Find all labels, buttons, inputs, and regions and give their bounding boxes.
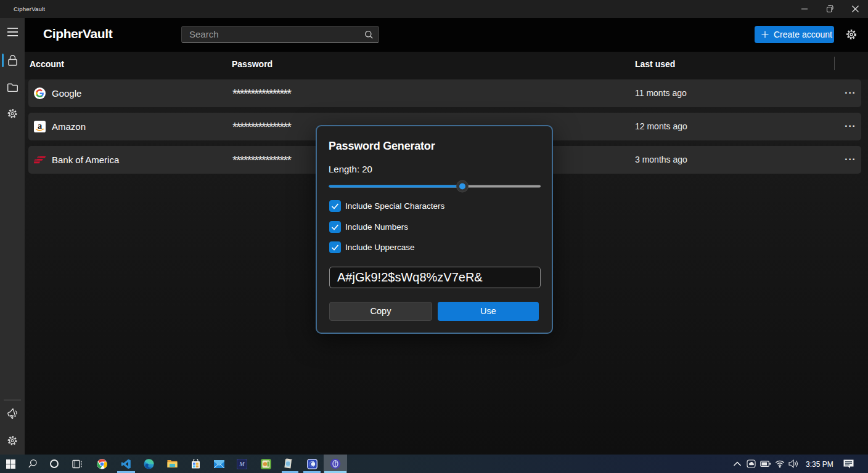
svg-text:a: a [38,121,42,131]
svg-text:M: M [239,461,245,467]
